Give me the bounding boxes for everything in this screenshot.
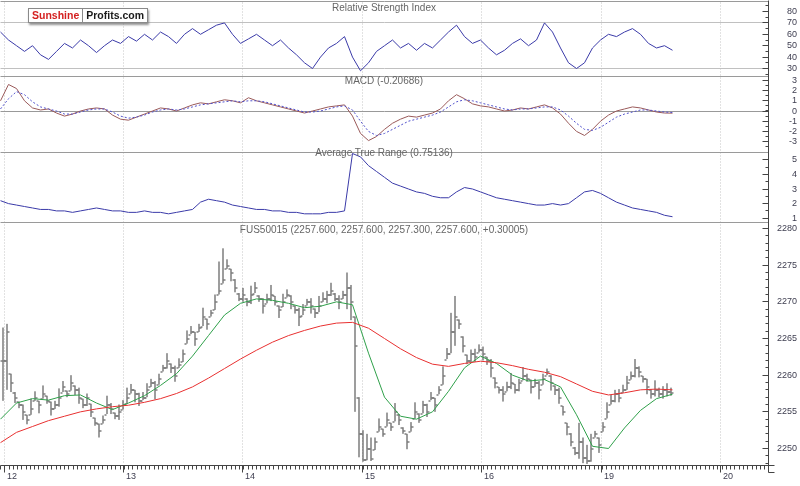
price-panel-title: FUS50015 (2257.600, 2257.600, 2257.300, … [0, 224, 768, 235]
sunshine-profits-logo[interactable]: Sunshine Profits.com [28, 8, 148, 23]
y-axis-label: 1 [767, 95, 797, 105]
y-axis-label: 0 [767, 106, 797, 116]
macd-panel-title: MACD (-0.20686) [0, 75, 768, 86]
y-axis-label: 4 [767, 169, 797, 179]
y-axis-label: 70 [767, 17, 797, 27]
y-axis-label: -3 [767, 136, 797, 146]
y-axis-label: -1 [767, 116, 797, 126]
y-axis-label: 3 [767, 75, 797, 85]
y-axis-label: 2 [767, 85, 797, 95]
y-axis-label: 2265 [767, 333, 797, 343]
y-axis-label: 3 [767, 184, 797, 194]
x-axis-label: 19 [604, 471, 614, 481]
y-axis-label: 2 [767, 198, 797, 208]
y-axis-label: 80 [767, 6, 797, 16]
y-axis-label: 1 [767, 213, 797, 223]
logo-text-sunshine: Sunshine [29, 9, 83, 22]
x-axis-label: 13 [126, 471, 136, 481]
y-axis-label: 60 [767, 29, 797, 39]
y-axis-label: 5 [767, 154, 797, 164]
logo-text-profits: Profits.com [83, 9, 147, 22]
atr-panel-title: Average True Range (0.75136) [0, 147, 768, 158]
y-axis-label: 50 [767, 40, 797, 50]
y-axis-label: 2255 [767, 406, 797, 416]
y-axis-label: 30 [767, 63, 797, 73]
x-axis-label: 20 [723, 471, 733, 481]
y-axis-label: -2 [767, 126, 797, 136]
y-axis-label: 2280 [767, 223, 797, 233]
chart-window: Relative Strength Index MACD (-0.20686) … [0, 0, 800, 486]
y-axis-label: 2270 [767, 296, 797, 306]
chart-canvas [0, 0, 800, 486]
x-axis-label: 14 [245, 471, 255, 481]
y-axis-label: 2275 [767, 260, 797, 270]
y-axis-label: 2250 [767, 443, 797, 453]
y-axis-label: 40 [767, 52, 797, 62]
x-axis-label: 15 [365, 471, 375, 481]
x-axis-label: 16 [484, 471, 494, 481]
x-axis-label: 12 [7, 471, 17, 481]
y-axis-label: 2260 [767, 370, 797, 380]
